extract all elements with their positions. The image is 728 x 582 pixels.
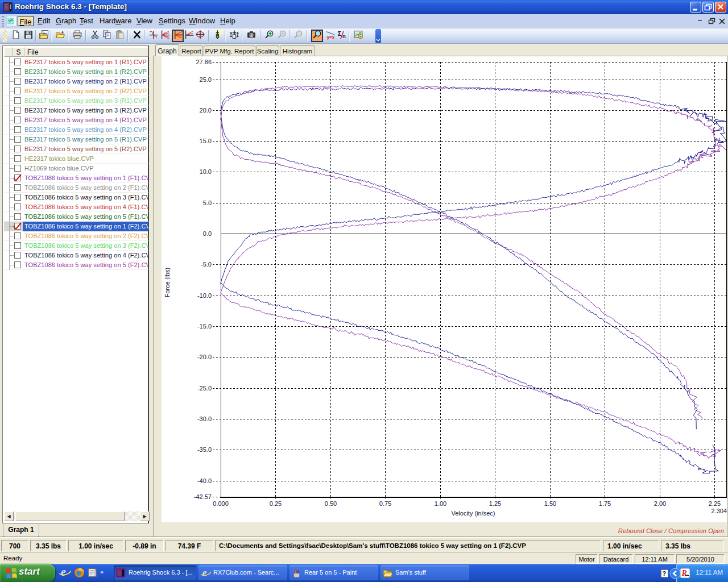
svg-text:20.0: 20.0 [200, 107, 212, 114]
svg-text:0.25: 0.25 [270, 500, 282, 507]
svg-text:?: ? [663, 570, 667, 577]
svg-text:-20.0: -20.0 [197, 354, 212, 360]
svg-text:-10.0: -10.0 [197, 292, 212, 299]
svg-text:0.000: 0.000 [213, 500, 229, 507]
svg-text:-5.0: -5.0 [201, 261, 212, 268]
svg-text:-42.57: -42.57 [194, 493, 212, 500]
svg-text:R: R [681, 569, 687, 577]
svg-text:-15.0: -15.0 [197, 323, 212, 330]
svg-text:0.0: 0.0 [203, 230, 212, 237]
svg-text:1.00: 1.00 [435, 500, 446, 507]
svg-text:1.75: 1.75 [599, 500, 611, 507]
svg-text:0.75: 0.75 [379, 500, 391, 507]
svg-text:15.0: 15.0 [200, 138, 212, 144]
svg-text:n: n [342, 33, 346, 39]
svg-text:1.50: 1.50 [544, 500, 556, 507]
svg-text:27.86: 27.86 [196, 59, 212, 65]
svg-text:2.00: 2.00 [654, 500, 666, 507]
svg-text:-25.0: -25.0 [197, 385, 212, 392]
svg-text:1.25: 1.25 [489, 500, 501, 507]
svg-text:-35.0: -35.0 [197, 446, 212, 453]
svg-text:25.0: 25.0 [200, 76, 212, 83]
svg-text:Force (lbs): Force (lbs) [164, 268, 171, 298]
svg-text:-30.0: -30.0 [197, 415, 212, 422]
svg-text:y=x: y=x [326, 35, 334, 40]
svg-text:5.0: 5.0 [203, 199, 212, 206]
svg-text:Velocity (in/sec): Velocity (in/sec) [451, 510, 495, 517]
svg-text:10.0: 10.0 [200, 168, 212, 175]
svg-text:Σ: Σ [337, 30, 341, 38]
svg-text:-40.0: -40.0 [197, 477, 212, 484]
svg-text:0.50: 0.50 [325, 500, 337, 507]
svg-text:2.304: 2.304 [711, 508, 727, 514]
svg-text:2.25: 2.25 [709, 500, 721, 507]
